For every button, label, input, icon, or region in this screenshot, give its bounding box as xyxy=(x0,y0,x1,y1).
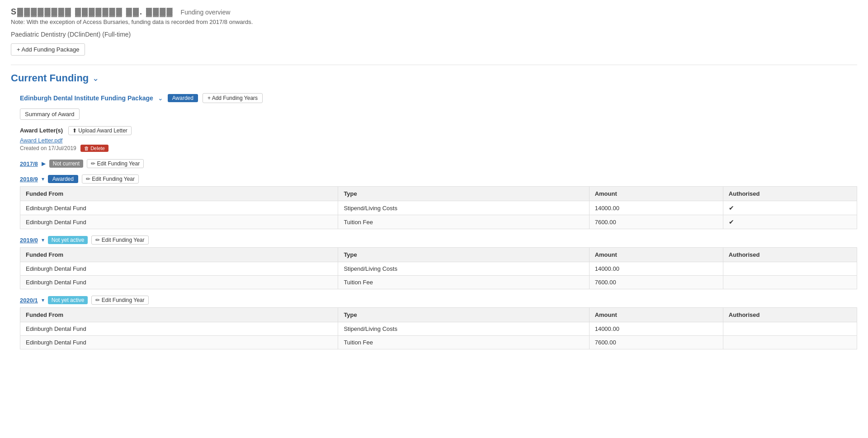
funding-year-section: 2018/9▾Awarded✏ Edit Funding YearFunded … xyxy=(20,174,857,229)
year-link[interactable]: 2020/1 xyxy=(20,297,38,304)
table-row: Edinburgh Dental FundStipend/Living Cost… xyxy=(20,262,857,276)
year-link[interactable]: 2018/9 xyxy=(20,176,38,183)
cell-authorised xyxy=(723,322,857,336)
cell-type: Stipend/Living Costs xyxy=(338,262,589,276)
table-header-amount: Amount xyxy=(589,187,723,201)
cell-amount: 14000.00 xyxy=(589,322,723,336)
funding-table: Funded FromTypeAmountAuthorisedEdinburgh… xyxy=(20,186,857,229)
cell-type: Tuition Fee xyxy=(338,215,589,229)
edit-funding-year-button[interactable]: ✏ Edit Funding Year xyxy=(91,235,148,245)
year-chevron[interactable]: ▶ xyxy=(42,160,46,167)
year-link[interactable]: 2017/8 xyxy=(20,160,38,167)
table-header-authorised: Authorised xyxy=(723,187,857,201)
cell-authorised xyxy=(723,276,857,289)
cell-amount: 14000.00 xyxy=(589,201,723,215)
cell-funded-from: Edinburgh Dental Fund xyxy=(20,276,338,289)
table-header-amount: Amount xyxy=(589,248,723,262)
table-row: Edinburgh Dental FundTuition Fee7600.00 xyxy=(20,276,857,289)
year-status-badge: Not current xyxy=(49,160,83,168)
table-header-type: Type xyxy=(338,308,589,322)
table-header-authorised: Authorised xyxy=(723,248,857,262)
award-letters-label: Award Letter(s) xyxy=(20,127,63,134)
table-row: Edinburgh Dental FundTuition Fee7600.00✔ xyxy=(20,215,857,229)
cell-amount: 7600.00 xyxy=(589,276,723,289)
funding-package-row: Edinburgh Dental Institute Funding Packa… xyxy=(20,93,857,103)
funding-year-row: 2020/1▾Not yet active✏ Edit Funding Year xyxy=(20,296,857,305)
cell-type: Tuition Fee xyxy=(338,336,589,349)
award-file-meta: Created on 17/Jul/2019 🗑 Delete xyxy=(20,145,857,152)
section-divider xyxy=(11,65,857,65)
funding-year-section: 2020/1▾Not yet active✏ Edit Funding Year… xyxy=(20,296,857,349)
funding-table: Funded FromTypeAmountAuthorisedEdinburgh… xyxy=(20,307,857,349)
cell-funded-from: Edinburgh Dental Fund xyxy=(20,215,338,229)
add-package-button[interactable]: + Add Funding Package xyxy=(11,43,85,56)
authorised-check: ✔ xyxy=(729,204,734,212)
funding-year-row: 2019/0▾Not yet active✏ Edit Funding Year xyxy=(20,235,857,245)
upload-award-letter-button[interactable]: ⬆ Upload Award Letter xyxy=(68,126,132,135)
table-header-type: Type xyxy=(338,187,589,201)
summary-award-button[interactable]: Summary of Award xyxy=(20,108,80,120)
table-row: Edinburgh Dental FundStipend/Living Cost… xyxy=(20,322,857,336)
edit-funding-year-button[interactable]: ✏ Edit Funding Year xyxy=(82,174,139,184)
package-status-badge: Awarded xyxy=(168,94,198,102)
cell-authorised xyxy=(723,262,857,276)
table-row: Edinburgh Dental FundStipend/Living Cost… xyxy=(20,201,857,215)
table-header-funded-from: Funded From xyxy=(20,308,338,322)
funding-year-row: 2017/8▶Not current✏ Edit Funding Year xyxy=(20,159,857,168)
cell-type: Stipend/Living Costs xyxy=(338,201,589,215)
table-header-funded-from: Funded From xyxy=(20,187,338,201)
current-funding-title: Current Funding xyxy=(11,72,89,84)
cell-funded-from: Edinburgh Dental Fund xyxy=(20,201,338,215)
delete-award-button[interactable]: 🗑 Delete xyxy=(80,145,108,152)
table-row: Edinburgh Dental FundTuition Fee7600.00 xyxy=(20,336,857,349)
year-chevron[interactable]: ▾ xyxy=(42,297,44,303)
cell-amount: 7600.00 xyxy=(589,215,723,229)
package-chevron[interactable]: ⌄ xyxy=(158,94,163,102)
funding-table: Funded FromTypeAmountAuthorisedEdinburgh… xyxy=(20,247,857,289)
add-funding-years-button[interactable]: + Add Funding Years xyxy=(203,93,263,103)
cell-type: Tuition Fee xyxy=(338,276,589,289)
year-link[interactable]: 2019/0 xyxy=(20,237,38,244)
edit-funding-year-button[interactable]: ✏ Edit Funding Year xyxy=(87,159,144,168)
breadcrumb: Funding overview xyxy=(181,9,231,16)
award-file-link[interactable]: Award Letter.pdf xyxy=(20,137,857,144)
table-header-amount: Amount xyxy=(589,308,723,322)
cell-funded-from: Edinburgh Dental Fund xyxy=(20,322,338,336)
award-letters-section: Award Letter(s) ⬆ Upload Award Letter Aw… xyxy=(20,126,857,152)
cell-authorised xyxy=(723,336,857,349)
program-title: Paediatric Dentistry (DClinDent) (Full-t… xyxy=(11,31,857,38)
cell-amount: 7600.00 xyxy=(589,336,723,349)
student-name: S▓▓▓▓▓▓▓▓ ▓▓▓▓▓▓▓ ▓▓. ▓▓▓▓ xyxy=(11,7,174,17)
year-status-badge: Not yet active xyxy=(48,296,88,304)
cell-funded-from: Edinburgh Dental Fund xyxy=(20,262,338,276)
cell-type: Stipend/Living Costs xyxy=(338,322,589,336)
current-funding-header: Current Funding ⌄ xyxy=(11,72,857,84)
funding-year-row: 2018/9▾Awarded✏ Edit Funding Year xyxy=(20,174,857,184)
authorised-check: ✔ xyxy=(729,218,734,226)
funding-note: Note: With the exception of Access Bursa… xyxy=(11,19,857,25)
year-status-badge: Awarded xyxy=(48,175,78,183)
current-funding-chevron[interactable]: ⌄ xyxy=(92,73,99,83)
table-header-funded-from: Funded From xyxy=(20,248,338,262)
year-chevron[interactable]: ▾ xyxy=(42,237,44,243)
cell-authorised: ✔ xyxy=(723,215,857,229)
edit-funding-year-button[interactable]: ✏ Edit Funding Year xyxy=(91,296,148,305)
cell-amount: 14000.00 xyxy=(589,262,723,276)
year-status-badge: Not yet active xyxy=(48,236,88,244)
cell-funded-from: Edinburgh Dental Fund xyxy=(20,336,338,349)
table-header-type: Type xyxy=(338,248,589,262)
package-name[interactable]: Edinburgh Dental Institute Funding Packa… xyxy=(20,94,153,102)
cell-authorised: ✔ xyxy=(723,201,857,215)
table-header-authorised: Authorised xyxy=(723,308,857,322)
funding-year-section: 2017/8▶Not current✏ Edit Funding Year xyxy=(20,159,857,168)
year-chevron[interactable]: ▾ xyxy=(42,176,44,182)
funding-year-section: 2019/0▾Not yet active✏ Edit Funding Year… xyxy=(20,235,857,289)
funding-years-container: 2017/8▶Not current✏ Edit Funding Year201… xyxy=(20,159,857,349)
